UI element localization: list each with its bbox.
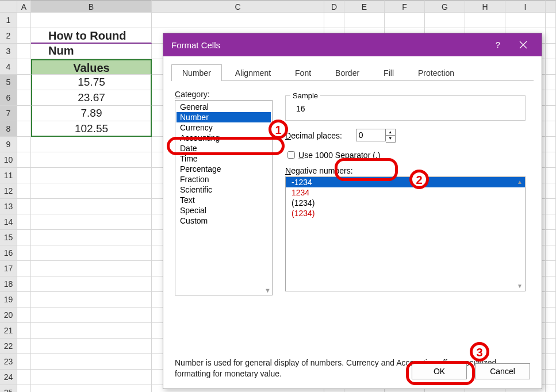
cell-B12[interactable] [31,183,152,199]
tab-border[interactable]: Border [324,64,370,81]
cell-A9[interactable] [17,137,31,152]
cell-A16[interactable] [17,245,31,261]
cell-A2[interactable] [17,28,31,44]
close-button[interactable] [511,33,536,56]
cell-A3[interactable] [17,44,31,59]
cell-B18[interactable] [31,276,152,292]
col-header-i[interactable]: I [505,0,546,13]
row-header-1[interactable]: 1 [0,13,17,28]
row-header-13[interactable]: 13 [0,199,17,214]
row-header-17[interactable]: 17 [0,261,17,276]
cell-A21[interactable] [17,323,31,339]
cell-B22[interactable] [31,339,152,354]
row-header-24[interactable]: 24 [0,370,17,385]
row-header-16[interactable]: 16 [0,245,17,261]
cell-A4[interactable] [17,59,31,75]
cell-A17[interactable] [17,261,31,276]
cell-B8[interactable]: 102.55 [31,121,152,137]
cell-C1[interactable] [152,13,324,28]
category-item-custom[interactable]: Custom [177,216,271,226]
negative-numbers-listbox[interactable]: -12341234(1234)(1234)▲▼ [285,176,526,291]
cell-B5[interactable]: 15.75 [31,75,152,90]
dialog-titlebar[interactable]: Format Cells ? [163,33,542,56]
col-header-a[interactable]: A [17,0,31,13]
cell-A10[interactable] [17,152,31,168]
cell-I1[interactable] [505,13,546,28]
cell-B9[interactable] [31,137,152,152]
tab-protection[interactable]: Protection [407,64,465,81]
cell-B23[interactable] [31,354,152,370]
negative-option-0[interactable]: -1234 [286,177,525,187]
cell-B15[interactable] [31,230,152,245]
row-header-19[interactable]: 19 [0,292,17,308]
row-header-10[interactable]: 10 [0,152,17,168]
category-item-currency[interactable]: Currency [177,122,271,133]
cell-B19[interactable] [31,292,152,308]
category-item-time[interactable]: Time [177,153,271,164]
category-item-percentage[interactable]: Percentage [177,164,271,174]
select-all-corner[interactable] [0,0,17,13]
row-header-22[interactable]: 22 [0,339,17,354]
cell-B1[interactable] [31,13,152,28]
cell-A25[interactable] [17,385,31,392]
category-item-number[interactable]: Number [177,112,271,122]
help-button[interactable]: ? [485,33,511,56]
cell-B6[interactable]: 23.67 [31,90,152,106]
negative-option-2[interactable]: (1234) [286,198,525,208]
cell-A13[interactable] [17,199,31,214]
cell-A14[interactable] [17,214,31,230]
spinner-down-icon[interactable]: ▼ [386,136,395,142]
row-header-12[interactable]: 12 [0,183,17,199]
cell-B14[interactable] [31,214,152,230]
cell-A20[interactable] [17,308,31,323]
cell-A18[interactable] [17,276,31,292]
col-header-f[interactable]: F [385,0,425,13]
row-header-23[interactable]: 23 [0,354,17,370]
col-header-h[interactable]: H [465,0,505,13]
row-header-2[interactable]: 2 [0,28,17,44]
cell-B7[interactable]: 7.89 [31,106,152,121]
thousands-separator-checkbox[interactable] [287,151,295,159]
row-header-25[interactable]: 25 [0,385,17,392]
cell-D1[interactable] [324,13,344,28]
row-header-4[interactable]: 4 [0,59,17,75]
cell-A24[interactable] [17,370,31,385]
cell-B2[interactable]: How to Round Num [31,28,152,44]
ok-button[interactable]: OK [412,363,467,379]
scroll-up-icon[interactable]: ▲ [517,179,523,185]
col-header-d[interactable]: D [324,0,344,13]
cell-A22[interactable] [17,339,31,354]
cell-A11[interactable] [17,168,31,183]
category-item-special[interactable]: Special [177,205,271,216]
cell-A1[interactable] [17,13,31,28]
category-item-scientific[interactable]: Scientific [177,185,271,195]
category-item-fraction[interactable]: Fraction [177,174,271,185]
cell-A6[interactable] [17,90,31,106]
cell-E1[interactable] [344,13,385,28]
row-header-14[interactable]: 14 [0,214,17,230]
negative-option-1[interactable]: 1234 [286,187,525,198]
cell-B16[interactable] [31,245,152,261]
col-header-g[interactable]: G [425,0,465,13]
decimal-places-spinner[interactable]: ▲ ▼ [356,129,396,143]
cell-A7[interactable] [17,106,31,121]
category-item-accounting[interactable]: Accounting [177,133,271,143]
spinner-up-icon[interactable]: ▲ [386,129,395,136]
negative-option-3[interactable]: (1234) [286,208,525,218]
row-header-9[interactable]: 9 [0,137,17,152]
cell-H1[interactable] [465,13,505,28]
cell-B3[interactable] [31,44,152,59]
category-item-text[interactable]: Text [177,195,271,205]
row-header-5[interactable]: 5 [0,75,17,90]
cell-B4[interactable]: Values [31,59,152,75]
cell-A15[interactable] [17,230,31,245]
cell-F1[interactable] [385,13,425,28]
tab-fill[interactable]: Fill [373,64,405,81]
cell-B20[interactable] [31,308,152,323]
row-header-21[interactable]: 21 [0,323,17,339]
category-item-date[interactable]: Date [177,143,271,153]
row-header-7[interactable]: 7 [0,106,17,121]
scroll-down-icon[interactable]: ▼ [517,283,523,289]
cell-A23[interactable] [17,354,31,370]
cell-B21[interactable] [31,323,152,339]
